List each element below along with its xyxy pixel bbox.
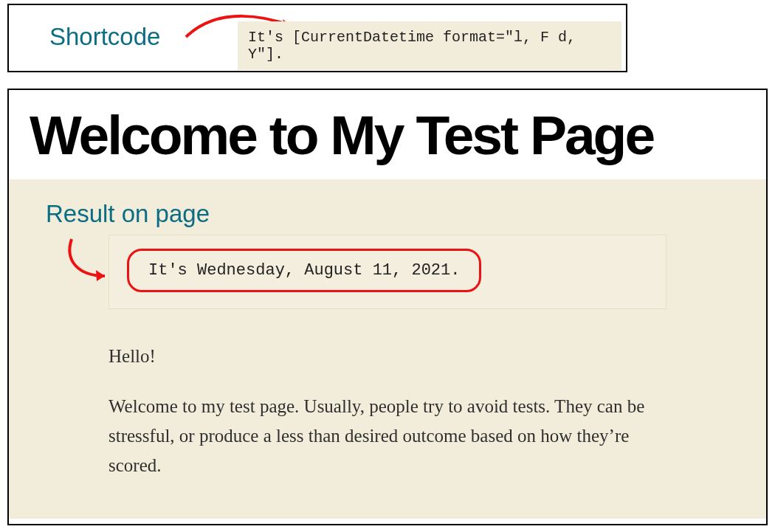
shortcode-code: It's [CurrentDatetime format="l, F d, Y"… [238,21,621,70]
greeting-text: Hello! [108,342,681,371]
shortcode-panel: Shortcode It's [CurrentDatetime format="… [7,4,627,72]
page-title: Welcome to My Test Page [9,90,766,179]
intro-paragraph: Welcome to my test page. Usually, people… [108,392,681,480]
svg-marker-1 [96,270,105,281]
page-body: Result on page It's Wednesday, August 11… [9,179,766,519]
result-annotation-label: Result on page [46,200,210,228]
rendered-page-panel: Welcome to My Test Page Result on page I… [7,89,768,525]
result-output-box: It's Wednesday, August 11, 2021. [108,235,666,309]
result-output-text: It's Wednesday, August 11, 2021. [127,249,481,292]
page-content: Hello! Welcome to my test page. Usually,… [108,342,681,501]
shortcode-annotation-label: Shortcode [49,23,160,51]
